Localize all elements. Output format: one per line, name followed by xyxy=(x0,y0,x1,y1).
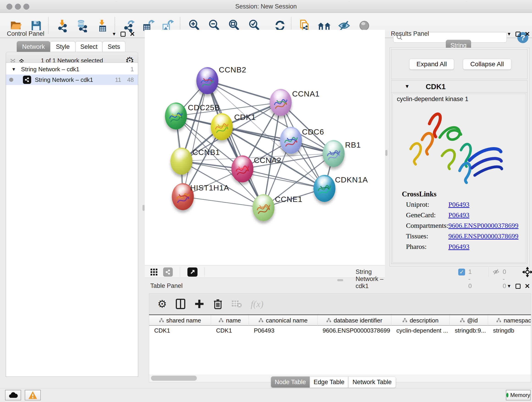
table-gear-icon[interactable]: ⚙ xyxy=(157,298,167,310)
panel-collapse-icon[interactable]: ▼ xyxy=(507,283,511,289)
share-icon xyxy=(165,269,171,275)
column-header--id[interactable]: @id xyxy=(450,315,488,326)
crosslink-value-link[interactable]: 9606.ENSP00000378699 xyxy=(448,222,519,230)
panel-collapse-icon[interactable]: ▼ xyxy=(507,32,511,37)
column-type-icon xyxy=(259,318,264,323)
cloud-button[interactable] xyxy=(5,390,21,400)
column-type-icon xyxy=(326,318,331,323)
crosslink-label: Uniprot: xyxy=(406,201,429,208)
crosslinks-title: CrossLinks xyxy=(402,190,437,198)
column-type-icon xyxy=(460,318,465,323)
column-type-icon xyxy=(219,318,224,323)
grid-mode-button[interactable] xyxy=(150,268,158,277)
network-row[interactable]: String Network – cdk1 11 48 xyxy=(6,75,138,85)
tab-network-table[interactable]: Network Table xyxy=(348,376,396,388)
network-canvas[interactable]: CCNB2CCNA1CDC25BCDK1CDC6RB1CCNB1CCNA2CDK… xyxy=(145,30,385,265)
crosslink-value-link[interactable]: P06493 xyxy=(448,211,469,219)
entry-collapse-icon[interactable]: ▼ xyxy=(405,83,410,89)
crosslink-label: GeneCard: xyxy=(406,211,436,219)
tab-style[interactable]: Style xyxy=(50,41,75,52)
results-panel-title: Results Panel xyxy=(391,30,429,37)
column-header-shared-name[interactable]: shared name xyxy=(149,315,211,326)
panel-float-icon[interactable] xyxy=(515,32,520,37)
results-panel: Results Panel ▼ ✕ String Expand All Coll… xyxy=(388,30,532,278)
function-builder-icon: f(x) xyxy=(251,299,264,309)
network-collection-row[interactable]: ▼ String Network – cdk1 1 xyxy=(6,64,138,75)
panel-close-icon[interactable]: ✕ xyxy=(130,30,135,38)
crosslink-value-link[interactable]: P06493 xyxy=(448,201,469,208)
crosslink-value-link[interactable]: P06493 xyxy=(448,243,469,250)
memory-label: Memory xyxy=(510,392,530,398)
node-label-cdc25b: CDC25B xyxy=(188,103,220,112)
panel-close-icon[interactable]: ✕ xyxy=(525,30,530,38)
network-status-dot xyxy=(9,78,13,82)
table-cell[interactable]: CDK1 xyxy=(149,327,211,336)
panel-collapse-icon[interactable]: ▼ xyxy=(112,32,116,37)
panel-float-icon[interactable] xyxy=(515,284,520,289)
column-header-label: description xyxy=(410,317,438,324)
panel-float-icon[interactable] xyxy=(120,32,126,37)
collection-count: 1 xyxy=(131,66,134,73)
tab-select[interactable]: Select xyxy=(75,41,102,52)
crosslink-label: Pharos: xyxy=(406,243,427,250)
table-cell[interactable]: cyclin-dependent ... xyxy=(391,327,450,336)
network-labels-layer: CCNB2CCNA1CDC25BCDK1CDC6RB1CCNB1CCNA2CDK… xyxy=(145,30,385,265)
column-type-icon xyxy=(496,318,501,323)
edge-count: 48 xyxy=(127,76,134,83)
column-header-canonical-name[interactable]: canonical name xyxy=(249,315,317,326)
crosslink-row: Tissues:9606.ENSP00000378699 xyxy=(406,232,525,240)
node-label-ccna1: CCNA1 xyxy=(292,89,320,98)
scrollbar-thumb[interactable] xyxy=(151,376,197,381)
delete-column-icon[interactable] xyxy=(213,298,223,309)
collection-label: String Network – cdk1 xyxy=(21,66,79,73)
entry-header[interactable]: ▼ CDK1 xyxy=(391,81,527,93)
column-type-icon xyxy=(402,318,407,323)
table-cell[interactable]: 9606.ENSP00000378699 xyxy=(317,327,391,336)
cdk1-entry: ▼ CDK1 cyclin-dependent kinase 1 xyxy=(391,80,527,264)
tree-expand-icon[interactable]: ▼ xyxy=(12,67,16,72)
table-cell[interactable]: P06493 xyxy=(249,327,317,336)
entry-description: cyclin-dependent kinase 1 xyxy=(397,96,468,103)
status-footer: Memory xyxy=(0,388,532,402)
table-cell[interactable]: stringdb:9... xyxy=(450,327,488,336)
crosslink-value-link[interactable]: 9606.ENSP00000378699 xyxy=(448,232,519,240)
tab-sets[interactable]: Sets xyxy=(102,41,125,52)
node-count: 11 xyxy=(115,76,121,83)
column-header-database-identifier[interactable]: database identifier xyxy=(317,315,391,326)
network-icon xyxy=(23,76,31,84)
collapse-all-button[interactable]: Collapse All xyxy=(463,59,511,70)
panel-resize-handle[interactable] xyxy=(143,205,145,211)
network-label: String Network – cdk1 xyxy=(35,76,93,83)
column-header-namespace[interactable]: namespace xyxy=(488,315,531,326)
node-table: shared namenamecanonical namedatabase id… xyxy=(149,314,531,375)
table-panel: Table Panel ▼ ✕ ⚙ f(x) shared namenameca… xyxy=(148,281,532,387)
columns-icon[interactable] xyxy=(176,298,186,309)
add-column-icon[interactable] xyxy=(194,299,204,309)
tab-edge-table[interactable]: Edge Table xyxy=(310,376,348,388)
tab-node-table[interactable]: Node Table xyxy=(271,376,310,388)
node-label-ccnb1: CCNB1 xyxy=(192,148,220,157)
birdseye-view-button[interactable] xyxy=(187,268,197,277)
column-header-label: database identifier xyxy=(334,317,382,324)
table-cell[interactable]: CDK1 xyxy=(211,327,249,336)
node-label-ccne1: CCNE1 xyxy=(275,195,302,204)
entry-body: cyclin-dependent kinase 1 xyxy=(393,94,526,263)
memory-button[interactable]: Memory xyxy=(506,390,531,400)
tab-network[interactable]: Network xyxy=(17,41,50,52)
crosslink-label: Compartments: xyxy=(406,222,448,229)
column-header-name[interactable]: name xyxy=(211,315,249,326)
title-bar: Session: New Session xyxy=(0,0,532,13)
table-cell[interactable]: stringdb xyxy=(488,327,531,336)
expand-collapse-box: Expand All Collapse All xyxy=(391,49,527,79)
control-panel: Control Panel ▼ ✕ Network Style Select S… xyxy=(2,30,142,379)
column-header-label: shared name xyxy=(166,317,201,324)
expand-all-button[interactable]: Expand All xyxy=(409,59,454,70)
panel-resize-handle[interactable] xyxy=(385,150,387,156)
entry-name: CDK1 xyxy=(426,83,446,91)
diagonal-arrow-icon xyxy=(190,269,196,275)
network-mode-button[interactable] xyxy=(163,268,173,277)
column-type-icon xyxy=(159,318,164,323)
warnings-button[interactable] xyxy=(25,390,41,400)
panel-close-icon[interactable]: ✕ xyxy=(525,282,530,290)
column-header-description[interactable]: description xyxy=(391,315,450,326)
